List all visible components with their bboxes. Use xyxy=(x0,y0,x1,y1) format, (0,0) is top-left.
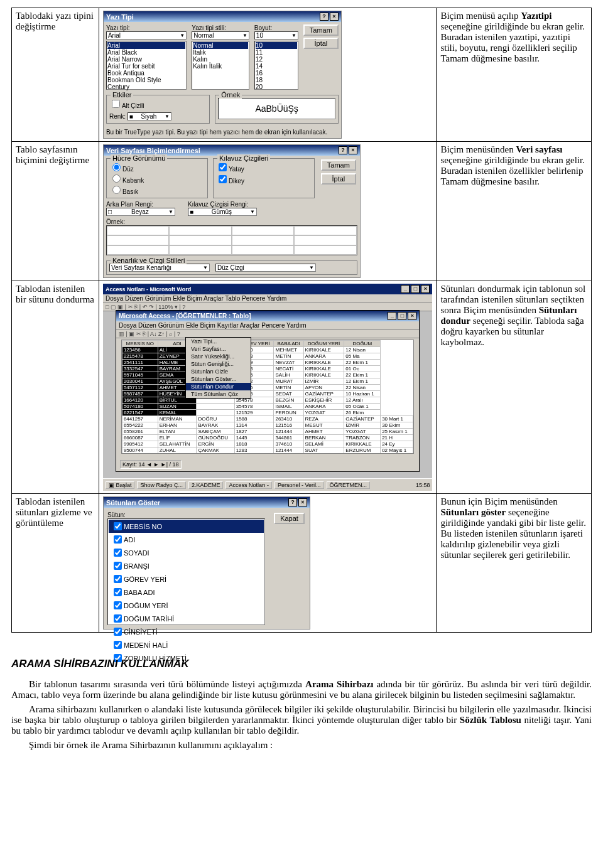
bg-color-combo[interactable]: □ Beyaz▼ xyxy=(106,208,175,216)
close-icon[interactable]: × xyxy=(330,13,339,21)
ok-button[interactable]: Tamam xyxy=(303,24,339,36)
record-nav[interactable]: Kayıt: 14 ◄ ► ►| / 18 xyxy=(120,460,182,469)
row2-left: Tablo sayfasının biçimini değiştirme xyxy=(12,142,99,281)
close-button[interactable]: Kapat xyxy=(274,513,305,524)
max-icon[interactable]: □ xyxy=(398,312,406,320)
horizontal-checkbox[interactable] xyxy=(219,163,227,171)
sample-preview: AaBbÜüŞş xyxy=(218,98,335,119)
color-combo[interactable]: ■ Siyah▼ xyxy=(128,112,171,121)
datasheet-sample xyxy=(106,225,357,255)
sunken-radio[interactable] xyxy=(112,186,121,194)
grid-color-combo[interactable]: ■ Gümüş▼ xyxy=(188,208,257,216)
cancel-button[interactable]: İptal xyxy=(303,38,339,49)
columns-list[interactable]: MEBSİS NOADISOYADIBRANŞIGÖREV YERİBABA A… xyxy=(107,518,265,625)
word-title: Access Notları - Microsoft Word xyxy=(106,286,191,292)
font-combo[interactable]: Arial▼ xyxy=(106,31,187,40)
freeze-columns-menuitem[interactable]: Sütunları Dondur xyxy=(186,383,251,390)
cancel-button[interactable]: İptal xyxy=(321,173,356,185)
vertical-checkbox[interactable] xyxy=(219,175,227,183)
style-combo[interactable]: Normal▼ xyxy=(192,31,249,40)
style-list[interactable]: Normal İtalik Kalın Kalın İtalik xyxy=(192,41,249,90)
effects-group: Etkiler xyxy=(111,91,134,99)
row3-left: Tablodan istenilen bir sütunu dondurma xyxy=(12,281,99,494)
font-list[interactable]: Arial Arial Black Arial Narrow Arial Tur… xyxy=(106,41,187,90)
row2-right: Biçim menüsünden Veri sayfası seçeneğine… xyxy=(437,142,592,281)
help-icon[interactable]: ? xyxy=(339,146,347,154)
close-icon[interactable]: × xyxy=(408,312,416,320)
row1-right: Biçim menüsü açılıp Yazıtipi seçeneğine … xyxy=(437,8,592,142)
size-list[interactable]: 10 11 12 14 16 18 20 xyxy=(254,41,298,90)
format-dropdown[interactable]: Yazı Tipi... Veri Sayfası... Satır Yükse… xyxy=(185,337,251,399)
show-columns-dialog: Sütunları Göster ? × Sütun: MEBSİS NOADI… xyxy=(103,496,310,630)
taskbar[interactable]: ▣ Başlat Show Radyo Ç... 2.KADEME Access… xyxy=(103,478,433,491)
taskbar-item[interactable]: Personel - Veril... xyxy=(274,481,324,489)
datasheet-dialog-title: Veri Sayfası Biçimlendirmesi xyxy=(106,147,200,154)
column-check-item[interactable]: MEBSİS NO xyxy=(109,520,264,533)
row4-left: Tablodan istenilen sütunları gizleme ve … xyxy=(12,494,99,633)
border-combo-2[interactable]: Düz Çizgi▼ xyxy=(215,264,316,272)
freeze-screenshot: Access Notları - Microsoft Word _□× Dosy… xyxy=(103,284,433,491)
close-icon[interactable]: × xyxy=(298,498,307,506)
word-menu[interactable]: Dosya Düzen Görünüm Ekle Biçim Araçlar T… xyxy=(103,294,433,303)
taskbar-item[interactable]: Show Radyo Ç... xyxy=(137,481,186,489)
access-grid[interactable]: MEBSİS NOADISOYADIGÖREV YERİBABA ADIDOĞU… xyxy=(121,340,415,454)
close-icon[interactable]: × xyxy=(349,146,357,154)
column-check-item[interactable]: GÖREV YERİ xyxy=(109,572,264,586)
column-check-item[interactable]: DOĞUM TARİHİ xyxy=(109,612,264,625)
sample-group: Örnek xyxy=(219,91,242,99)
row4-right: Bunun için Biçim menüsünden Sütunları gö… xyxy=(437,494,592,633)
size-combo[interactable]: 10▼ xyxy=(254,31,298,40)
min-icon[interactable]: _ xyxy=(401,285,410,293)
datasheet-dialog: Veri Sayfası Biçimlendirmesi ? × Hücre G… xyxy=(103,144,361,278)
ok-button[interactable]: Tamam xyxy=(321,159,356,171)
min-icon[interactable]: _ xyxy=(388,312,396,320)
access-toolbar[interactable]: ▥ | ▣ ✂ ⎘ | A↓ Z↑ | ⌕ | ? xyxy=(116,330,420,338)
taskbar-item[interactable]: 2.KADEME xyxy=(188,481,224,489)
close-icon[interactable]: × xyxy=(421,285,430,293)
cell-appearance-group: Hücre Görünümü xyxy=(111,154,167,162)
column-check-item[interactable]: CİNSİYETİ xyxy=(109,625,264,638)
column-check-item[interactable]: DOĞUM YERİ xyxy=(109,599,264,612)
font-dialog-title: Yazı Tipi xyxy=(106,13,134,21)
taskbar-item[interactable]: ÖĞRETMEN... xyxy=(327,481,371,489)
size-label: Boyut: xyxy=(254,24,298,31)
max-icon[interactable]: □ xyxy=(411,285,420,293)
column-check-item[interactable]: BRANŞI xyxy=(109,559,264,572)
column-label: Sütun: xyxy=(107,512,265,518)
row1-left: Tablodaki yazı tipini değiştirme xyxy=(12,8,99,142)
gridlines-group: Kılavuz Çizgileri xyxy=(217,154,270,162)
start-button[interactable]: ▣ Başlat xyxy=(106,481,135,489)
row3-right: Sütunları dondurmak için tablonun sol ta… xyxy=(437,281,592,494)
underline-checkbox[interactable] xyxy=(112,100,120,108)
style-label: Yazı tipi stili: xyxy=(192,24,249,31)
border-style-group: Kenarlık ve Çizgi Stilleri xyxy=(111,257,187,264)
flat-radio[interactable] xyxy=(112,163,121,171)
access-window: Microsoft Access - [ÖĞRETMENLER : Tablo]… xyxy=(116,310,420,472)
column-check-item[interactable]: SOYADI xyxy=(109,546,264,559)
column-check-item[interactable]: ADI xyxy=(109,533,264,546)
clock: 15:58 xyxy=(416,482,430,488)
section-heading: ARAMA SİHİRBAZINI KULLANMAK xyxy=(11,658,592,670)
show-columns-title: Sütunları Göster xyxy=(106,499,160,506)
paragraph-1: Bir tablonun tasarımı sırasında veri tür… xyxy=(11,679,592,700)
access-menu[interactable]: Dosya Düzen Görünüm Ekle Biçim Kayıtlar … xyxy=(116,321,420,330)
font-note: Bu bir TrueType yazı tipi. Bu yazı tipi … xyxy=(104,126,341,138)
paragraph-3: Şimdi bir örnek ile Arama Sihirbazının k… xyxy=(11,740,592,751)
access-title: Microsoft Access - [ÖĞRETMENLER : Tablo] xyxy=(119,313,251,319)
font-label: Yazı tipi: xyxy=(106,24,187,31)
raised-radio[interactable] xyxy=(112,174,121,183)
taskbar-item[interactable]: Access Notları - xyxy=(225,481,272,489)
column-check-item[interactable]: BABA ADI xyxy=(109,586,264,599)
paragraph-2: Arama sihirbazını kullanırken o alandaki… xyxy=(11,704,592,736)
help-icon[interactable]: ? xyxy=(288,498,297,506)
column-check-item[interactable]: MEDENİ HALİ xyxy=(109,638,264,651)
help-icon[interactable]: ? xyxy=(320,13,329,21)
font-dialog: Yazı Tipi ? × Yazı tipi: Arial▼ Arial Ar… xyxy=(103,11,342,139)
border-combo-1[interactable]: Veri Sayfası Kenarlığı▼ xyxy=(109,264,210,272)
